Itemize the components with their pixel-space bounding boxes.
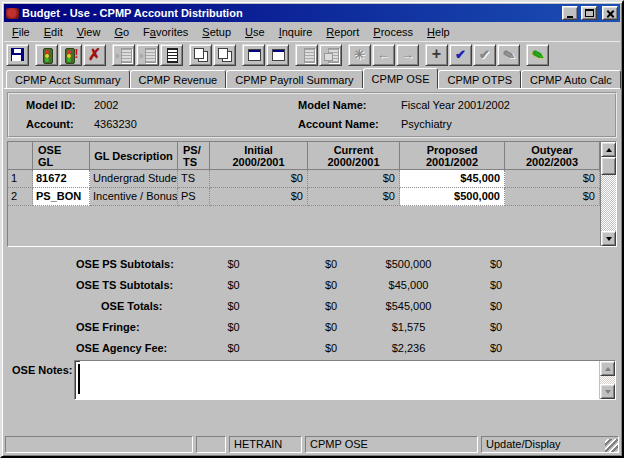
maximize-button[interactable] — [581, 6, 597, 20]
ose-notes-box — [74, 360, 616, 400]
menu-item-inquire[interactable]: Inquire — [272, 24, 320, 40]
menu-item-view[interactable]: View — [70, 24, 108, 40]
header-initial: Initial2000/2001 — [210, 142, 308, 170]
double-check-icon: ✔ — [477, 47, 493, 63]
gl-description-cell: Undergrad Stude — [90, 170, 178, 188]
gear-icon: ✳ — [352, 47, 368, 63]
outyear-cell: $0 — [505, 170, 600, 188]
proposed-cell[interactable]: $45,000 — [400, 170, 505, 188]
approve-button[interactable]: ✔ — [449, 44, 472, 66]
menu-item-go[interactable]: Go — [107, 24, 136, 40]
scroll-down-button[interactable] — [601, 231, 616, 246]
toolbar: !✗↘↖↘↖✳←→+✔✔✎✎ — [4, 41, 620, 68]
menu-item-help[interactable]: Help — [420, 24, 457, 40]
minimize-button[interactable] — [562, 6, 578, 20]
grid-vertical-scrollbar[interactable] — [600, 142, 616, 246]
delete-x-icon: ✗ — [87, 47, 103, 63]
totals-current: $0 — [291, 300, 371, 312]
tab-cpmp-payroll-summary[interactable]: CPMP Payroll Summary — [226, 70, 362, 89]
arrow-up-icon — [605, 364, 611, 371]
run-button[interactable] — [35, 44, 58, 66]
fringe-label: OSE Fringe: — [6, 321, 176, 333]
ose-notes-label: OSE Notes: — [6, 360, 74, 376]
header-gl-description: GL Description — [90, 142, 178, 170]
menu-item-favorites[interactable]: Favorites — [136, 24, 195, 40]
ps-ts-cell: PS — [178, 188, 210, 206]
close-button[interactable] — [602, 6, 618, 20]
subtotal-outyear: $0 — [446, 279, 546, 291]
grid-header-row: OSEGL GL Description PS/TS Initial2000/2… — [8, 142, 600, 170]
arrow-up-icon — [606, 145, 612, 152]
menu-item-report[interactable]: Report — [319, 24, 366, 40]
arrow-right-icon: → — [400, 47, 416, 63]
header-proposed: Proposed2001/2002 — [400, 142, 505, 170]
maximize-icon — [585, 9, 594, 17]
floppy-icon — [10, 47, 26, 63]
current-cell: $0 — [308, 170, 400, 188]
menu-item-file[interactable]: File — [5, 24, 37, 40]
fringe-row: OSE Fringe: $0 $0 $1,575 $0 — [6, 316, 617, 337]
tab-strip: CPMP Acct Summary CPMP Revenue CPMP Payr… — [4, 68, 620, 89]
outyear-cell: $0 — [505, 188, 600, 206]
approve-all-button: ✔ — [473, 44, 496, 66]
fringe-proposed: $1,575 — [371, 321, 446, 333]
header-ps-ts: PS/TS — [178, 142, 210, 170]
ose-notes-input[interactable] — [80, 361, 599, 399]
status-message-panel — [5, 436, 193, 453]
drill-down-button[interactable]: ↘ — [242, 44, 265, 66]
arrow-left-icon: ← — [376, 47, 392, 63]
menu-item-edit[interactable]: Edit — [37, 24, 70, 40]
save-button[interactable] — [6, 44, 29, 66]
report-icon — [299, 47, 315, 63]
account-name-value: Psychiatry — [401, 118, 615, 130]
menu-item-use[interactable]: Use — [238, 24, 272, 40]
delete-button[interactable]: ✗ — [83, 44, 106, 66]
ose-gl-cell[interactable]: 81672 — [33, 170, 90, 188]
scroll-up-button[interactable] — [601, 142, 616, 157]
scrollbar-thumb[interactable] — [601, 157, 616, 175]
process-button: ✳ — [348, 44, 371, 66]
model-name-value: Fiscal Year 2001/2002 — [401, 99, 615, 111]
status-screen-panel: CPMP OSE — [305, 436, 478, 453]
notes-pen-button[interactable]: ✎ — [526, 44, 549, 66]
notes-scroll-up-button[interactable] — [600, 361, 615, 376]
plus-icon: + — [429, 47, 445, 63]
tab-cpmp-ose[interactable]: CPMP OSE — [363, 68, 439, 89]
add-button[interactable]: + — [425, 44, 448, 66]
status-bar: HETRAIN CPMP OSE Update/Display — [4, 434, 620, 454]
tab-cpmp-revenue[interactable]: CPMP Revenue — [130, 70, 227, 89]
proposed-cell[interactable]: $500,000 — [400, 188, 505, 206]
scrollbar-track[interactable] — [601, 175, 616, 231]
notes-scrollbar[interactable] — [599, 361, 615, 399]
ose-gl-cell[interactable]: PS_BON — [33, 188, 90, 206]
pen-icon: ✎ — [528, 45, 548, 65]
notes-scroll-down-button[interactable] — [600, 384, 615, 399]
menu-item-process[interactable]: Process — [366, 24, 420, 40]
check-icon: ✔ — [453, 47, 469, 63]
tab-cpmp-acct-summary[interactable]: CPMP Acct Summary — [6, 70, 130, 89]
close-icon — [606, 9, 615, 18]
resize-grip[interactable] — [605, 439, 618, 452]
agency-fee-proposed: $2,236 — [371, 342, 446, 354]
model-id-value: 2002 — [94, 99, 298, 111]
list-button[interactable] — [160, 44, 183, 66]
tab-cpmp-otps[interactable]: CPMP OTPS — [438, 70, 521, 89]
copy-model-button[interactable]: ↘ — [189, 44, 212, 66]
minimize-icon — [567, 16, 573, 18]
menu-item-setup[interactable]: Setup — [195, 24, 238, 40]
tab-cpmp-auto-calc[interactable]: CPMP Auto Calc — [521, 70, 621, 89]
subtotal-initial: $0 — [176, 258, 291, 270]
paste-model-button[interactable]: ↖ — [213, 44, 236, 66]
totals-label: OSE Totals: — [6, 300, 176, 312]
back-button: ← — [372, 44, 395, 66]
subtotal-label: OSE PS Subtotals: — [6, 258, 176, 270]
subtotal-proposed: $45,000 — [371, 279, 446, 291]
account-value: 4363230 — [94, 118, 298, 130]
model-id-label: Model ID: — [26, 99, 94, 111]
drill-up-button[interactable]: ↖ — [266, 44, 289, 66]
traffic-light-icon — [39, 47, 55, 63]
run-alert-button[interactable]: ! — [59, 44, 82, 66]
form-insert-icon — [116, 47, 132, 63]
status-indicator-panel — [196, 436, 226, 453]
totals-row: OSE Totals: $0 $0 $545,000 $0 — [6, 295, 617, 316]
